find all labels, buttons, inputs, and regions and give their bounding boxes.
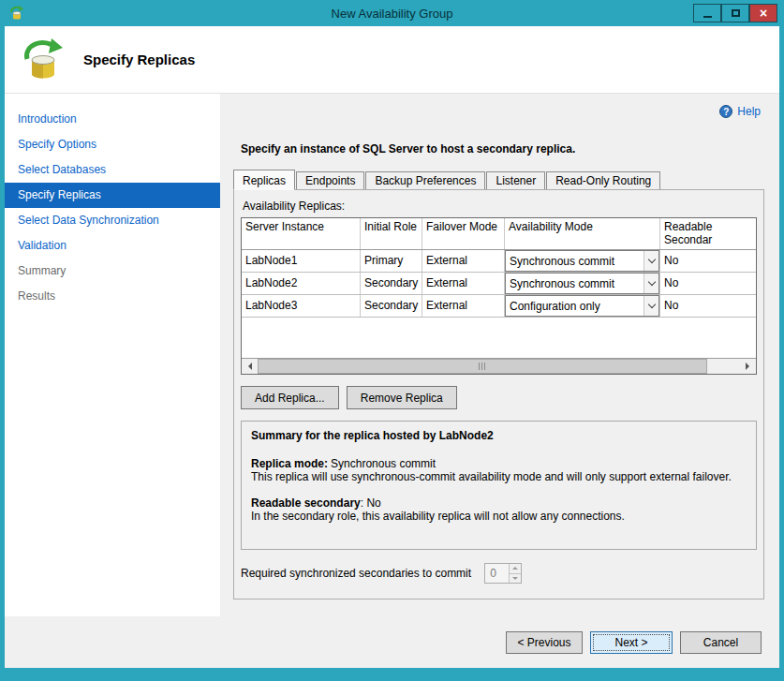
- add-replica-button[interactable]: Add Replica...: [241, 386, 339, 409]
- close-icon: ×: [760, 7, 767, 20]
- cancel-button[interactable]: Cancel: [680, 631, 762, 654]
- availability-mode-select[interactable]: Configuration only: [505, 295, 659, 317]
- sidebar-item-results: Results: [5, 284, 220, 309]
- readable-secondary-description: In the secondary role, this availability…: [251, 510, 747, 523]
- titlebar: New Availability Group ×: [5, 0, 779, 26]
- table-row: LabNode2 Secondary External Synchronous …: [242, 273, 756, 295]
- tab-endpoints[interactable]: Endpoints: [296, 171, 364, 189]
- scrollbar-track[interactable]: [707, 359, 740, 374]
- right-arrow-icon: [746, 363, 753, 370]
- window-title: New Availability Group: [5, 7, 779, 21]
- replica-mode-label: Replica mode:: [251, 457, 328, 470]
- tab-read-only-routing[interactable]: Read-Only Routing: [546, 171, 660, 189]
- combo-value: Synchronous commit: [506, 255, 643, 268]
- sidebar-item-validation[interactable]: Validation: [5, 233, 220, 259]
- help-icon: ?: [719, 105, 732, 118]
- secondaries-row: Required synchronized secondaries to com…: [241, 563, 757, 584]
- wizard-footer: < Previous Next > Cancel: [5, 616, 779, 668]
- tab-listener[interactable]: Listener: [486, 171, 545, 189]
- minimize-icon: [703, 16, 712, 18]
- minimize-button[interactable]: [693, 4, 721, 22]
- cell-readable-secondary: No: [660, 295, 756, 317]
- grid-button-row: Add Replica... Remove Replica: [241, 386, 757, 409]
- sidebar-item-summary: Summary: [5, 259, 220, 284]
- window-controls: ×: [693, 4, 777, 22]
- help-label: Help: [737, 105, 761, 118]
- scroll-left-arrow[interactable]: [242, 359, 258, 374]
- left-arrow-icon: [244, 363, 252, 370]
- table-row: LabNode3 Secondary External Configuratio…: [242, 295, 756, 318]
- secondaries-spinner: [484, 563, 522, 584]
- replicas-grid: Server Instance Initial Role Failover Mo…: [241, 217, 757, 375]
- tab-replicas[interactable]: Replicas: [233, 170, 295, 190]
- readable-secondary-value: : No: [361, 496, 381, 510]
- cell-server-instance: LabNode2: [242, 273, 361, 294]
- down-arrow-icon: [512, 577, 518, 583]
- instruction-text: Specify an instance of SQL Server to hos…: [241, 142, 779, 155]
- cell-failover-mode: External: [422, 273, 505, 294]
- column-header-server-instance: Server Instance: [242, 218, 361, 249]
- help-link[interactable]: ? Help: [719, 105, 761, 118]
- spinner-arrows: [509, 564, 521, 583]
- spinner-down-button: [510, 574, 521, 584]
- cell-readable-secondary: No: [660, 273, 756, 294]
- grid-empty-area: [242, 318, 756, 358]
- replicas-tab-panel: Availability Replicas: Server Instance I…: [233, 189, 764, 600]
- replica-mode-value: Synchronous commit: [331, 457, 436, 470]
- summary-title: Summary for the replica hosted by LabNod…: [251, 429, 747, 442]
- page-title: Specify Replicas: [83, 52, 195, 67]
- chevron-down-icon: [643, 251, 658, 271]
- cell-initial-role: Secondary: [361, 273, 422, 294]
- sidebar-item-introduction[interactable]: Introduction: [5, 107, 220, 132]
- sidebar-item-select-databases[interactable]: Select Databases: [5, 157, 220, 183]
- readable-secondary-line: Readable secondary: No: [251, 496, 747, 510]
- wizard-window: New Availability Group × Specify Replica…: [0, 0, 784, 681]
- tab-strip: Replicas Endpoints Backup Preferences Li…: [233, 169, 779, 189]
- table-row: LabNode1 Primary External Synchronous co…: [242, 250, 756, 273]
- secondaries-label: Required synchronized secondaries to com…: [241, 567, 471, 580]
- cell-server-instance: LabNode1: [242, 250, 361, 272]
- maximize-icon: [732, 9, 740, 17]
- remove-replica-button[interactable]: Remove Replica: [347, 386, 457, 409]
- availability-mode-select[interactable]: Synchronous commit: [505, 273, 659, 294]
- close-button[interactable]: ×: [749, 4, 777, 22]
- chevron-down-icon: [643, 296, 658, 316]
- availability-replicas-label: Availability Replicas:: [243, 200, 757, 213]
- tab-backup-preferences[interactable]: Backup Preferences: [365, 171, 485, 189]
- column-header-initial-role: Initial Role: [361, 218, 422, 249]
- up-arrow-icon: [512, 564, 518, 570]
- sidebar-item-select-data-synchronization[interactable]: Select Data Synchronization: [5, 208, 220, 233]
- cell-availability-mode: Configuration only: [505, 295, 660, 317]
- secondaries-value-input: [485, 564, 509, 583]
- wizard-body: Introduction Specify Options Select Data…: [5, 94, 779, 616]
- cell-failover-mode: External: [422, 295, 505, 317]
- column-header-failover-mode: Failover Mode: [422, 218, 505, 249]
- combo-value: Synchronous commit: [506, 277, 643, 290]
- cell-availability-mode: Synchronous commit: [505, 250, 660, 272]
- cell-initial-role: Primary: [361, 250, 422, 272]
- wizard-nav: Introduction Specify Options Select Data…: [5, 94, 220, 616]
- specify-replicas-icon: [20, 37, 67, 83]
- column-header-readable-secondary: Readable Secondar: [660, 218, 756, 249]
- previous-button[interactable]: < Previous: [506, 631, 583, 654]
- replica-mode-description: This replica will use synchronous-commit…: [251, 470, 747, 483]
- grid-body: Server Instance Initial Role Failover Mo…: [242, 218, 756, 358]
- wizard-content: ? Help Specify an instance of SQL Server…: [220, 94, 779, 616]
- cell-server-instance: LabNode3: [242, 295, 361, 317]
- next-button[interactable]: Next >: [590, 631, 673, 654]
- sidebar-item-specify-replicas[interactable]: Specify Replicas: [5, 183, 220, 208]
- cell-readable-secondary: No: [660, 250, 756, 272]
- scroll-right-arrow[interactable]: [740, 359, 756, 374]
- availability-mode-select[interactable]: Synchronous commit: [505, 250, 659, 272]
- wizard-header: Specify Replicas: [5, 26, 779, 94]
- scrollbar-thumb[interactable]: [258, 359, 707, 374]
- column-header-availability-mode: Availability Mode: [505, 218, 660, 249]
- horizontal-scrollbar[interactable]: [242, 358, 756, 374]
- chevron-down-icon: [643, 274, 658, 293]
- cell-initial-role: Secondary: [361, 295, 422, 317]
- maximize-button[interactable]: [721, 4, 749, 22]
- scrollbar-gripper-icon: [479, 363, 487, 370]
- combo-value: Configuration only: [506, 300, 643, 313]
- spinner-up-button: [510, 564, 521, 574]
- sidebar-item-specify-options[interactable]: Specify Options: [5, 132, 220, 157]
